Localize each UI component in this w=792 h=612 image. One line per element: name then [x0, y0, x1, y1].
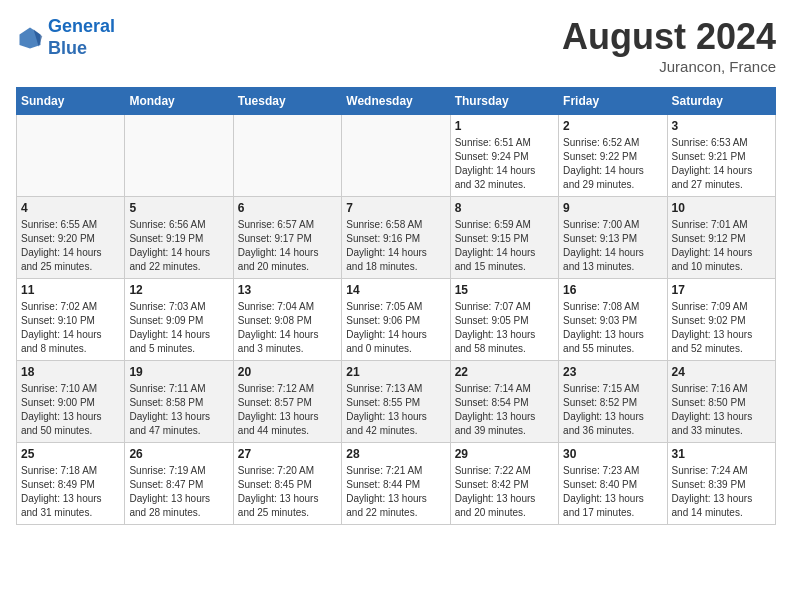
header-cell-monday: Monday: [125, 88, 233, 115]
header-cell-tuesday: Tuesday: [233, 88, 341, 115]
day-cell: 28Sunrise: 7:21 AMSunset: 8:44 PMDayligh…: [342, 443, 450, 525]
week-row-3: 18Sunrise: 7:10 AMSunset: 9:00 PMDayligh…: [17, 361, 776, 443]
day-number: 22: [455, 365, 554, 379]
day-info: Sunrise: 7:05 AMSunset: 9:06 PMDaylight:…: [346, 300, 445, 356]
day-info: Sunrise: 7:21 AMSunset: 8:44 PMDaylight:…: [346, 464, 445, 520]
day-info: Sunrise: 7:03 AMSunset: 9:09 PMDaylight:…: [129, 300, 228, 356]
day-info: Sunrise: 7:22 AMSunset: 8:42 PMDaylight:…: [455, 464, 554, 520]
day-number: 21: [346, 365, 445, 379]
day-cell: [233, 115, 341, 197]
day-info: Sunrise: 6:58 AMSunset: 9:16 PMDaylight:…: [346, 218, 445, 274]
day-cell: 12Sunrise: 7:03 AMSunset: 9:09 PMDayligh…: [125, 279, 233, 361]
day-info: Sunrise: 7:09 AMSunset: 9:02 PMDaylight:…: [672, 300, 771, 356]
day-number: 23: [563, 365, 662, 379]
day-number: 17: [672, 283, 771, 297]
day-number: 13: [238, 283, 337, 297]
day-number: 27: [238, 447, 337, 461]
day-cell: 10Sunrise: 7:01 AMSunset: 9:12 PMDayligh…: [667, 197, 775, 279]
day-info: Sunrise: 7:19 AMSunset: 8:47 PMDaylight:…: [129, 464, 228, 520]
day-number: 4: [21, 201, 120, 215]
day-info: Sunrise: 7:14 AMSunset: 8:54 PMDaylight:…: [455, 382, 554, 438]
day-number: 28: [346, 447, 445, 461]
day-cell: 2Sunrise: 6:52 AMSunset: 9:22 PMDaylight…: [559, 115, 667, 197]
day-cell: 4Sunrise: 6:55 AMSunset: 9:20 PMDaylight…: [17, 197, 125, 279]
day-info: Sunrise: 7:08 AMSunset: 9:03 PMDaylight:…: [563, 300, 662, 356]
month-year: August 2024: [562, 16, 776, 58]
day-cell: 16Sunrise: 7:08 AMSunset: 9:03 PMDayligh…: [559, 279, 667, 361]
day-number: 18: [21, 365, 120, 379]
day-number: 16: [563, 283, 662, 297]
logo-line2: Blue: [48, 38, 87, 58]
day-cell: 18Sunrise: 7:10 AMSunset: 9:00 PMDayligh…: [17, 361, 125, 443]
day-cell: [125, 115, 233, 197]
day-cell: 8Sunrise: 6:59 AMSunset: 9:15 PMDaylight…: [450, 197, 558, 279]
day-info: Sunrise: 7:20 AMSunset: 8:45 PMDaylight:…: [238, 464, 337, 520]
day-info: Sunrise: 7:16 AMSunset: 8:50 PMDaylight:…: [672, 382, 771, 438]
week-row-0: 1Sunrise: 6:51 AMSunset: 9:24 PMDaylight…: [17, 115, 776, 197]
day-cell: 20Sunrise: 7:12 AMSunset: 8:57 PMDayligh…: [233, 361, 341, 443]
day-cell: 19Sunrise: 7:11 AMSunset: 8:58 PMDayligh…: [125, 361, 233, 443]
day-number: 2: [563, 119, 662, 133]
day-number: 6: [238, 201, 337, 215]
day-info: Sunrise: 6:59 AMSunset: 9:15 PMDaylight:…: [455, 218, 554, 274]
day-cell: 23Sunrise: 7:15 AMSunset: 8:52 PMDayligh…: [559, 361, 667, 443]
day-cell: 15Sunrise: 7:07 AMSunset: 9:05 PMDayligh…: [450, 279, 558, 361]
day-info: Sunrise: 7:04 AMSunset: 9:08 PMDaylight:…: [238, 300, 337, 356]
day-info: Sunrise: 7:07 AMSunset: 9:05 PMDaylight:…: [455, 300, 554, 356]
week-row-2: 11Sunrise: 7:02 AMSunset: 9:10 PMDayligh…: [17, 279, 776, 361]
day-cell: 11Sunrise: 7:02 AMSunset: 9:10 PMDayligh…: [17, 279, 125, 361]
day-info: Sunrise: 6:56 AMSunset: 9:19 PMDaylight:…: [129, 218, 228, 274]
day-cell: 24Sunrise: 7:16 AMSunset: 8:50 PMDayligh…: [667, 361, 775, 443]
day-info: Sunrise: 6:53 AMSunset: 9:21 PMDaylight:…: [672, 136, 771, 192]
day-info: Sunrise: 7:02 AMSunset: 9:10 PMDaylight:…: [21, 300, 120, 356]
day-number: 12: [129, 283, 228, 297]
day-info: Sunrise: 6:51 AMSunset: 9:24 PMDaylight:…: [455, 136, 554, 192]
day-info: Sunrise: 7:10 AMSunset: 9:00 PMDaylight:…: [21, 382, 120, 438]
day-number: 19: [129, 365, 228, 379]
day-info: Sunrise: 7:13 AMSunset: 8:55 PMDaylight:…: [346, 382, 445, 438]
day-cell: 30Sunrise: 7:23 AMSunset: 8:40 PMDayligh…: [559, 443, 667, 525]
day-number: 26: [129, 447, 228, 461]
header-cell-friday: Friday: [559, 88, 667, 115]
day-number: 14: [346, 283, 445, 297]
logo-text: General Blue: [48, 16, 115, 59]
day-number: 9: [563, 201, 662, 215]
week-row-1: 4Sunrise: 6:55 AMSunset: 9:20 PMDaylight…: [17, 197, 776, 279]
day-cell: 27Sunrise: 7:20 AMSunset: 8:45 PMDayligh…: [233, 443, 341, 525]
header-cell-thursday: Thursday: [450, 88, 558, 115]
day-info: Sunrise: 7:23 AMSunset: 8:40 PMDaylight:…: [563, 464, 662, 520]
day-cell: 9Sunrise: 7:00 AMSunset: 9:13 PMDaylight…: [559, 197, 667, 279]
day-info: Sunrise: 6:52 AMSunset: 9:22 PMDaylight:…: [563, 136, 662, 192]
location: Jurancon, France: [562, 58, 776, 75]
day-cell: 22Sunrise: 7:14 AMSunset: 8:54 PMDayligh…: [450, 361, 558, 443]
calendar-table: SundayMondayTuesdayWednesdayThursdayFrid…: [16, 87, 776, 525]
day-cell: 6Sunrise: 6:57 AMSunset: 9:17 PMDaylight…: [233, 197, 341, 279]
header-row: SundayMondayTuesdayWednesdayThursdayFrid…: [17, 88, 776, 115]
day-info: Sunrise: 7:11 AMSunset: 8:58 PMDaylight:…: [129, 382, 228, 438]
day-info: Sunrise: 6:57 AMSunset: 9:17 PMDaylight:…: [238, 218, 337, 274]
day-cell: 14Sunrise: 7:05 AMSunset: 9:06 PMDayligh…: [342, 279, 450, 361]
day-number: 11: [21, 283, 120, 297]
day-number: 1: [455, 119, 554, 133]
day-number: 25: [21, 447, 120, 461]
header-cell-wednesday: Wednesday: [342, 88, 450, 115]
day-number: 8: [455, 201, 554, 215]
title-block: August 2024 Jurancon, France: [562, 16, 776, 75]
day-info: Sunrise: 7:01 AMSunset: 9:12 PMDaylight:…: [672, 218, 771, 274]
day-cell: 7Sunrise: 6:58 AMSunset: 9:16 PMDaylight…: [342, 197, 450, 279]
day-info: Sunrise: 7:18 AMSunset: 8:49 PMDaylight:…: [21, 464, 120, 520]
week-row-4: 25Sunrise: 7:18 AMSunset: 8:49 PMDayligh…: [17, 443, 776, 525]
day-cell: 13Sunrise: 7:04 AMSunset: 9:08 PMDayligh…: [233, 279, 341, 361]
day-number: 10: [672, 201, 771, 215]
day-number: 15: [455, 283, 554, 297]
day-info: Sunrise: 7:12 AMSunset: 8:57 PMDaylight:…: [238, 382, 337, 438]
day-cell: 21Sunrise: 7:13 AMSunset: 8:55 PMDayligh…: [342, 361, 450, 443]
day-cell: 29Sunrise: 7:22 AMSunset: 8:42 PMDayligh…: [450, 443, 558, 525]
day-cell: [342, 115, 450, 197]
logo-line1: General: [48, 16, 115, 36]
day-number: 31: [672, 447, 771, 461]
day-number: 5: [129, 201, 228, 215]
day-cell: [17, 115, 125, 197]
logo-icon: [16, 24, 44, 52]
day-number: 20: [238, 365, 337, 379]
